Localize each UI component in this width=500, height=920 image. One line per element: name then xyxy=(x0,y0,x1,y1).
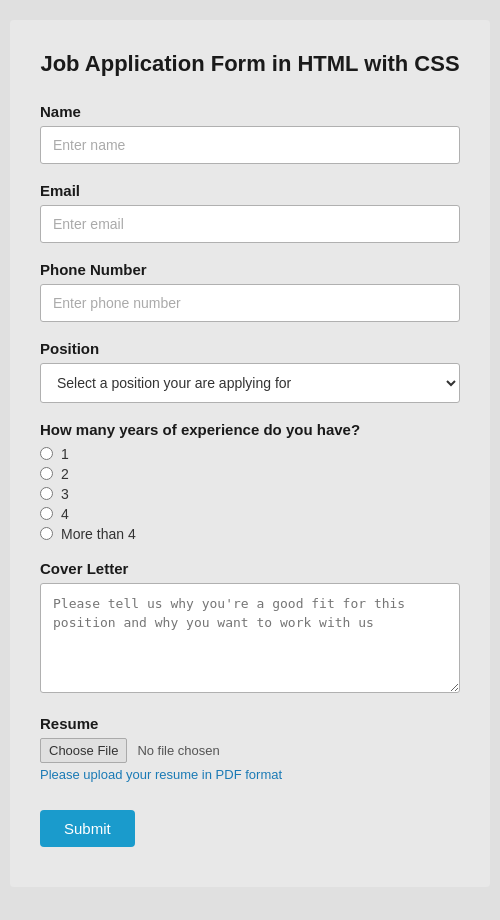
email-label: Email xyxy=(40,182,460,199)
experience-option-more: More than 4 xyxy=(40,526,460,542)
experience-question: How many years of experience do you have… xyxy=(40,421,460,438)
position-group: Position Select a position your are appl… xyxy=(40,340,460,403)
position-label: Position xyxy=(40,340,460,357)
name-group: Name xyxy=(40,103,460,164)
experience-radio-4[interactable] xyxy=(40,507,53,520)
no-file-text: No file chosen xyxy=(137,743,219,758)
experience-label-more: More than 4 xyxy=(61,526,136,542)
resume-group: Resume Choose File No file chosen Please… xyxy=(40,715,460,782)
experience-label-2: 2 xyxy=(61,466,69,482)
submit-button[interactable]: Submit xyxy=(40,810,135,847)
experience-option-4: 4 xyxy=(40,506,460,522)
experience-option-1: 1 xyxy=(40,446,460,462)
phone-group: Phone Number xyxy=(40,261,460,322)
position-select[interactable]: Select a position your are applying for … xyxy=(40,363,460,403)
experience-radio-2[interactable] xyxy=(40,467,53,480)
experience-label-3: 3 xyxy=(61,486,69,502)
email-group: Email xyxy=(40,182,460,243)
experience-group: How many years of experience do you have… xyxy=(40,421,460,542)
cover-letter-label: Cover Letter xyxy=(40,560,460,577)
choose-file-button[interactable]: Choose File xyxy=(40,738,127,763)
cover-letter-group: Cover Letter xyxy=(40,560,460,697)
experience-radio-3[interactable] xyxy=(40,487,53,500)
phone-input[interactable] xyxy=(40,284,460,322)
form-container: Job Application Form in HTML with CSS Na… xyxy=(10,20,490,887)
file-hint: Please upload your resume in PDF format xyxy=(40,767,460,782)
experience-label-1: 1 xyxy=(61,446,69,462)
experience-option-2: 2 xyxy=(40,466,460,482)
resume-label: Resume xyxy=(40,715,460,732)
name-input[interactable] xyxy=(40,126,460,164)
phone-label: Phone Number xyxy=(40,261,460,278)
email-input[interactable] xyxy=(40,205,460,243)
file-input-wrapper: Choose File No file chosen xyxy=(40,738,460,763)
experience-label-4: 4 xyxy=(61,506,69,522)
experience-option-3: 3 xyxy=(40,486,460,502)
page-title: Job Application Form in HTML with CSS xyxy=(40,50,460,79)
experience-radio-more[interactable] xyxy=(40,527,53,540)
experience-radio-1[interactable] xyxy=(40,447,53,460)
name-label: Name xyxy=(40,103,460,120)
cover-letter-textarea[interactable] xyxy=(40,583,460,693)
